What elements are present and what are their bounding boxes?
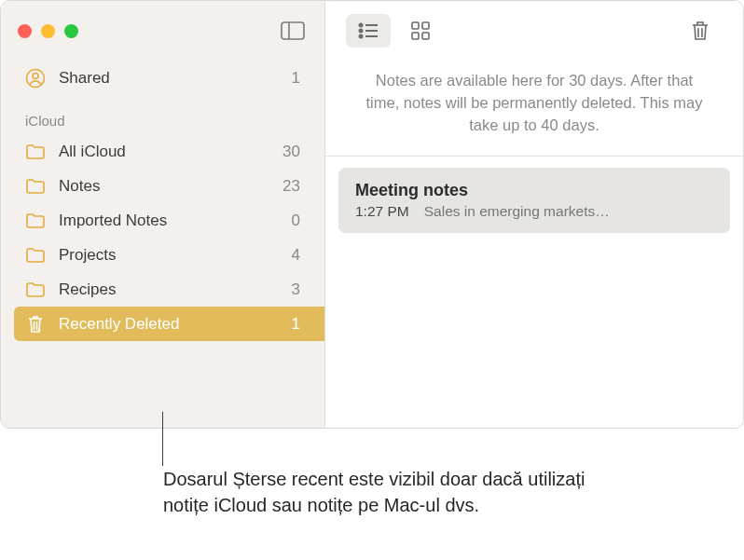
sidebar-item-projects[interactable]: Projects 4 <box>1 238 324 272</box>
trash-icon <box>25 314 46 335</box>
folder-count: 30 <box>282 143 300 161</box>
app-window: Shared 1 iCloud All iCloud 30 Notes 23 <box>0 0 744 429</box>
divider <box>325 156 743 157</box>
folder-list: All iCloud 30 Notes 23 Imported Notes 0 <box>1 134 324 341</box>
folder-icon <box>25 143 46 160</box>
traffic-lights <box>18 24 78 38</box>
svg-rect-0 <box>282 22 304 39</box>
sidebar-item-shared[interactable]: Shared 1 <box>1 61 324 96</box>
note-subtitle: 1:27 PM Sales in emerging markets… <box>355 203 713 220</box>
svg-rect-13 <box>422 22 429 29</box>
callout-text: Dosarul Șterse recent este vizibil doar … <box>163 466 611 518</box>
folder-label: Imported Notes <box>59 212 167 230</box>
folder-count: 3 <box>292 280 300 299</box>
sidebar: Shared 1 iCloud All iCloud 30 Notes 23 <box>1 1 325 428</box>
note-title: Meeting notes <box>355 181 713 200</box>
note-snippet: Sales in emerging markets… <box>424 203 610 220</box>
svg-rect-12 <box>412 22 419 29</box>
folder-icon <box>25 247 46 264</box>
view-grid-button[interactable] <box>398 14 443 48</box>
note-list-item[interactable]: Meeting notes 1:27 PM Sales in emerging … <box>338 168 730 233</box>
delete-note-button[interactable] <box>678 14 723 48</box>
svg-point-3 <box>33 74 38 79</box>
toolbar <box>325 1 743 61</box>
view-list-button[interactable] <box>346 14 391 48</box>
folder-icon <box>25 281 46 298</box>
sidebar-item-imported-notes[interactable]: Imported Notes 0 <box>1 203 324 238</box>
titlebar <box>1 1 324 61</box>
section-header-icloud: iCloud <box>1 96 324 134</box>
folder-label: Recently Deleted <box>59 315 179 334</box>
folder-count: 1 <box>292 315 300 334</box>
folder-icon <box>25 178 46 195</box>
svg-point-8 <box>359 29 362 32</box>
svg-point-6 <box>359 23 362 26</box>
main-panel: Notes are available here for 30 days. Af… <box>325 1 743 428</box>
folder-count: 0 <box>292 212 300 230</box>
folder-icon <box>25 212 46 229</box>
folder-count: 23 <box>282 177 300 196</box>
fullscreen-window-button[interactable] <box>64 24 78 38</box>
callout-leader-line <box>162 412 163 466</box>
folder-label: All iCloud <box>59 143 126 161</box>
folder-label: Notes <box>59 177 100 196</box>
close-window-button[interactable] <box>18 24 32 38</box>
minimize-window-button[interactable] <box>41 24 55 38</box>
sidebar-item-all-icloud[interactable]: All iCloud 30 <box>1 134 324 169</box>
svg-point-10 <box>359 34 362 37</box>
deletion-info-text: Notes are available here for 30 days. Af… <box>325 61 743 156</box>
note-time: 1:27 PM <box>355 203 409 220</box>
svg-rect-14 <box>412 33 419 39</box>
folder-count: 4 <box>292 246 300 265</box>
sidebar-item-recipes[interactable]: Recipes 3 <box>1 272 324 307</box>
folder-label: Recipes <box>59 280 116 299</box>
sidebar-toggle-button[interactable] <box>278 20 308 42</box>
person-shared-icon <box>25 68 46 89</box>
shared-label: Shared <box>59 69 110 88</box>
svg-rect-15 <box>422 33 429 39</box>
shared-count: 1 <box>292 69 300 88</box>
sidebar-item-recently-deleted[interactable]: Recently Deleted 1 <box>14 307 324 341</box>
folder-label: Projects <box>59 246 116 265</box>
sidebar-item-notes[interactable]: Notes 23 <box>1 169 324 203</box>
